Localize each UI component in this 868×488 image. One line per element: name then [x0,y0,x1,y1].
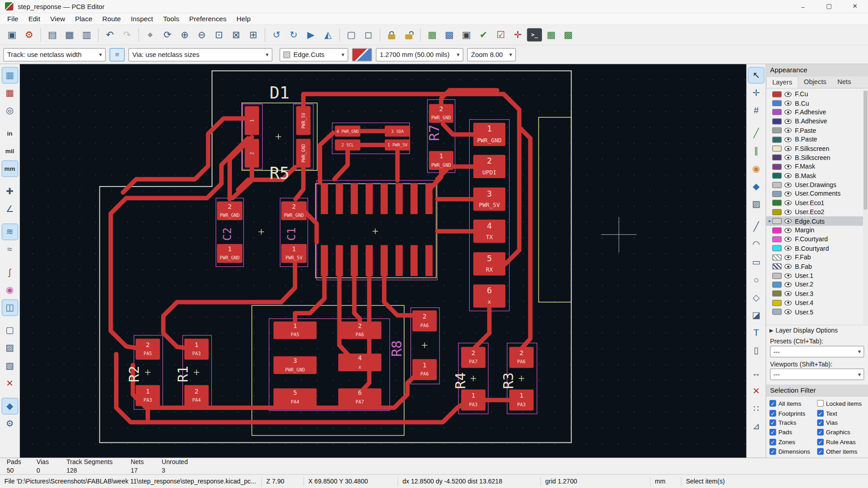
forward-button[interactable]: ▶ [303,27,319,43]
viewports-dropdown[interactable]: --- ▾ [770,369,864,380]
checkbox-text[interactable]: ✓ [817,410,824,417]
pcb-pad[interactable]: 2PA5 [136,338,160,360]
layer-row-f-silkscreen[interactable]: F.Silkscreen [766,144,868,153]
zoom-in-button[interactable]: ⊕ [177,27,193,43]
pad-array-tool-button[interactable]: ∷ [749,401,764,417]
layer-row-b-silkscreen[interactable]: B.Silkscreen [766,153,868,162]
pcb-pad[interactable]: 1PWR_GND [217,244,242,263]
layer-visibility-icon[interactable] [784,282,792,287]
page-settings-button[interactable]: ▤ [44,27,61,43]
layer-row-user-eco2[interactable]: User.Eco2 [766,207,868,216]
layer-row-user-drawings[interactable]: User.Drawings [766,180,868,189]
text-tool-button[interactable]: T [749,325,764,341]
layer-color-swatch[interactable] [772,164,782,169]
pcb-pad[interactable]: 4x [338,353,382,371]
layer-row-edge-cuts[interactable]: ▸Edge.Cuts [766,216,868,225]
ratsnest-toggle-button[interactable]: ≋ [2,224,17,239]
ic-pad[interactable] [351,183,358,214]
layer-row-user-eco1[interactable]: User.Eco1 [766,198,868,207]
pcb-pad[interactable]: 2 SCL [335,140,360,150]
layer-color-swatch[interactable] [772,127,782,133]
pad-sketch-button[interactable]: ◫ [2,300,17,315]
pcb-pad[interactable]: 2PWR_GND [281,202,307,221]
pcb-pad[interactable]: 2PA4 [184,385,209,406]
presets-dropdown[interactable]: --- ▾ [770,346,864,357]
pcb-canvas[interactable]: 1PWR_GND2UPDI3PWR_5V4TX5RX6x2PWR_GND1PWR… [20,64,746,458]
refdes-label-r3[interactable]: R3 [500,372,516,389]
plot-button[interactable]: ▥ [79,27,95,43]
layer-visibility-icon[interactable] [784,264,792,269]
filter-text[interactable]: ✓Text [817,408,864,418]
layer-color-swatch[interactable] [772,109,782,115]
units-inches-button[interactable]: in [2,126,17,141]
pcb-pad[interactable]: 1PWR_GND [473,123,505,146]
local-ratsnest-tool-button[interactable]: # [749,103,764,118]
layer-row-f-adhesive[interactable]: F.Adhesive [766,108,868,117]
layer-color-swatch[interactable] [772,282,782,287]
layer-visibility-icon[interactable] [784,291,792,296]
layer-color-swatch[interactable] [772,100,782,106]
layer-row-user-2[interactable]: User.2 [766,280,868,289]
refdes-label-r8[interactable]: R8 [389,340,405,357]
layer-row-user-4[interactable]: User.4 [766,298,868,307]
plugin-manager-button[interactable]: ▩ [560,27,576,43]
layer-row-b-adhesive[interactable]: B.Adhesive [766,117,868,126]
layer-color-swatch[interactable] [772,291,782,296]
pcb-pad[interactable]: 1PA3 [461,389,486,411]
sync-check-button[interactable]: ✔ [476,27,492,43]
pcb-pad[interactable]: 2UPDI [473,155,505,178]
layer-visibility-icon[interactable] [784,137,792,142]
delete-tool-button[interactable]: ✕ [749,384,764,399]
pcb-pad[interactable]: 1PWR_5V [281,244,307,263]
track-width-indicator-button[interactable]: ≡ [109,48,124,61]
pcb-pad[interactable]: 1PA3 [136,385,160,406]
layer-visibility-icon[interactable] [784,300,792,305]
ic-pad[interactable] [366,245,373,276]
tab-layers[interactable]: Layers [766,76,798,88]
layer-row-f-courtyard[interactable]: F.Courtyard [766,235,868,244]
layer-visibility-icon[interactable] [784,183,792,188]
pcb-pad[interactable]: 6PA7 [338,389,382,406]
drc-button[interactable]: ☑ [493,27,509,43]
panel-scrollbar[interactable] [863,89,868,324]
checkbox-pads[interactable]: ✓ [769,429,776,436]
layer-row-user-1[interactable]: User.1 [766,271,868,280]
pcb-pad[interactable]: PWR_GND [296,139,311,168]
scrollbar-thumb[interactable] [863,91,868,210]
layer-row-margin[interactable]: Margin [766,225,868,235]
zone-hide-button[interactable]: ✕ [2,375,17,391]
menu-tools[interactable]: Tools [158,14,184,24]
layer-color-swatch[interactable] [772,145,782,151]
layer-visibility-icon[interactable] [784,201,792,206]
ic-pad[interactable] [410,245,418,276]
layer-visibility-icon[interactable] [784,128,792,133]
ic-pad[interactable] [366,183,373,214]
grid-override-button[interactable]: ▦ [2,85,17,101]
tab-objects[interactable]: Objects [798,76,832,88]
layer-color-swatch[interactable] [772,200,782,206]
layer-row-f-fab[interactable]: F.Fab [766,253,868,262]
menu-route[interactable]: Route [97,14,126,24]
layer-color-swatch[interactable] [772,227,782,233]
refresh-button[interactable]: ⟳ [160,27,176,43]
ic-pad[interactable] [336,183,343,214]
flip-view-button[interactable]: ◭ [320,27,336,43]
filter-tracks[interactable]: ✓Tracks [769,418,817,427]
layer-row-b-fab[interactable]: B.Fab [766,262,868,271]
layer-visibility-icon[interactable] [784,155,792,160]
pcb-pad[interactable]: 1 PWR_5V [385,140,410,150]
ic-pad[interactable] [396,245,403,276]
layer-visibility-icon[interactable] [784,92,792,97]
zoom-fit-button[interactable]: ⊡ [211,27,227,43]
zone-nofill-button[interactable]: ▧ [2,358,17,373]
tab-nets[interactable]: Nets [832,76,857,88]
refdes-label-c2[interactable]: C2 [221,227,234,240]
filter-zones[interactable]: ✓Zones [769,437,817,446]
layer-row-user-3[interactable]: User.3 [766,289,868,298]
refdes-label-r2[interactable]: R2 [126,366,142,382]
layer-visibility-icon[interactable] [784,246,792,251]
layer-visibility-icon[interactable] [784,174,792,178]
ungroup-button[interactable]: ◻ [360,27,377,43]
layer-row-b-cu[interactable]: B.Cu [766,99,868,108]
properties-panel-button[interactable]: ⚙ [2,416,17,432]
